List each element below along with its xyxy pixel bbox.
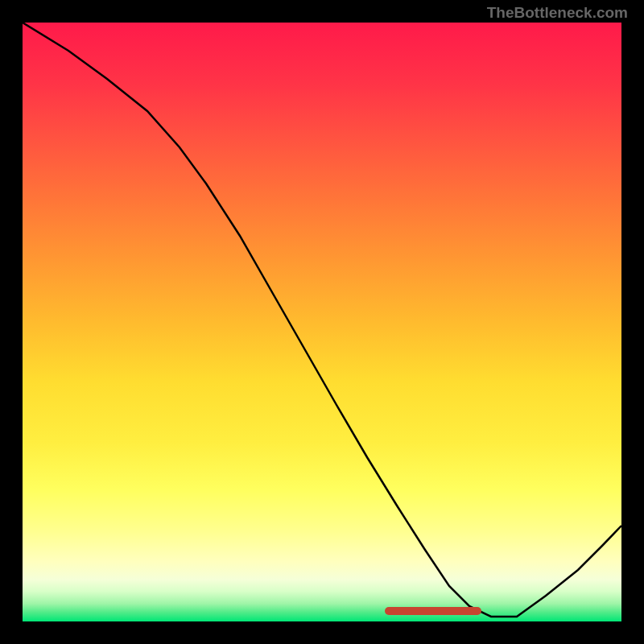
plot-area	[23, 23, 621, 621]
highlight-band	[385, 607, 481, 615]
chart-line	[23, 23, 621, 621]
watermark-text: TheBottleneck.com	[487, 4, 628, 22]
chart-container: TheBottleneck.com	[0, 0, 644, 644]
